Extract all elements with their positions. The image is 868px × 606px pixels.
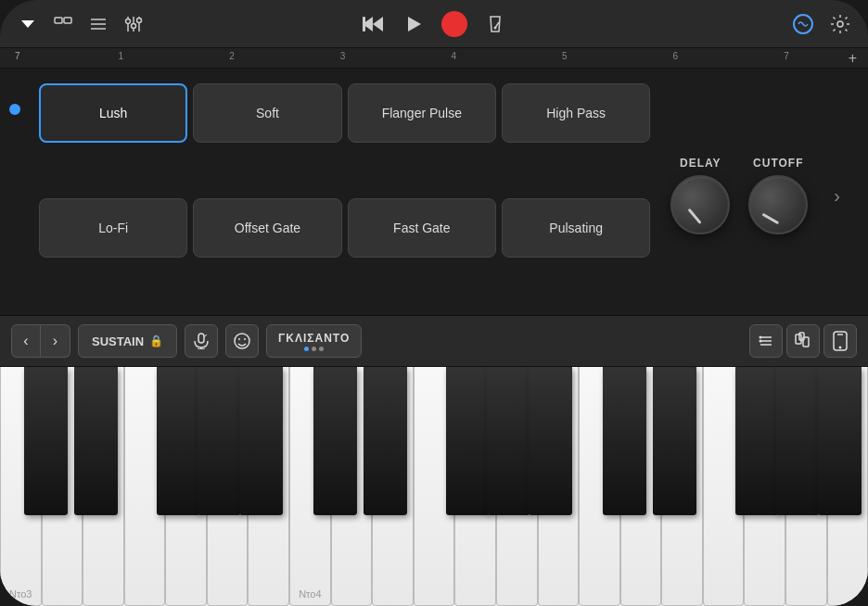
device-icon [832, 331, 849, 351]
ruler-content: 7 + 1 2 3 4 5 6 7 [7, 48, 861, 68]
svg-point-18 [494, 26, 497, 29]
notes-icon [757, 332, 775, 350]
ruler-start: 7 [15, 51, 20, 61]
rewind-button[interactable] [360, 11, 386, 37]
preset-high-pass[interactable]: High Pass [502, 83, 650, 143]
ruler-add-button[interactable]: + [849, 50, 857, 67]
black-key-gs4[interactable] [487, 367, 530, 515]
svg-marker-15 [408, 17, 421, 32]
black-key-cs3[interactable] [24, 367, 68, 515]
svg-rect-1 [55, 18, 62, 23]
black-key-gs5[interactable] [776, 367, 820, 515]
piano-section[interactable]: Ντο3 Ντο4 [0, 367, 868, 606]
settings-button[interactable] [827, 11, 853, 37]
svg-point-9 [126, 19, 131, 23]
face-icon [233, 332, 251, 350]
layout2-icon [89, 17, 108, 32]
cutoff-knob[interactable] [748, 175, 808, 234]
black-key-fs5[interactable] [735, 367, 779, 515]
nav-next-button[interactable]: › [41, 324, 70, 358]
glissando-dots [304, 347, 324, 351]
ruler: 7 + 1 2 3 4 5 6 7 [0, 48, 868, 69]
play-icon [404, 15, 423, 33]
lock-icon: 🔒 [149, 335, 163, 347]
black-key-as3[interactable] [239, 367, 283, 515]
sustain-button[interactable]: SUSTAIN 🔒 [78, 324, 177, 358]
expand-button[interactable]: › [826, 178, 848, 214]
glissando-button[interactable]: ΓΚΛΙΣΑΝΤΟ [266, 324, 362, 358]
preset-lush[interactable]: Lush [39, 83, 187, 143]
left-sidebar [0, 76, 28, 315]
black-key-fs4[interactable] [446, 367, 490, 515]
mixer-icon [124, 16, 143, 32]
black-key-gs3[interactable] [198, 367, 241, 515]
metronome-button[interactable] [482, 11, 508, 37]
eq-icon [792, 13, 814, 35]
black-key-as4[interactable] [529, 367, 572, 515]
svg-point-36 [839, 347, 842, 349]
record-icon-button[interactable] [185, 324, 218, 358]
preset-offset-gate[interactable]: Offset Gate [193, 198, 341, 258]
main-content: Lush Soft Flanger Pulse High Pass Lo-Fi … [0, 69, 868, 315]
dropdown-button[interactable] [15, 11, 41, 37]
chord-button[interactable] [786, 324, 820, 358]
svg-point-30 [760, 336, 762, 339]
layout1-button[interactable] [50, 11, 76, 37]
eq-button[interactable] [790, 11, 816, 37]
preset-pulsating[interactable]: Pulsating [502, 198, 650, 258]
black-key-cs5[interactable] [603, 367, 646, 515]
right-controls [749, 324, 857, 358]
svg-point-31 [760, 340, 762, 343]
svg-marker-0 [21, 20, 34, 28]
svg-rect-2 [64, 18, 71, 23]
settings-icon [830, 14, 850, 34]
metronome-icon [487, 15, 504, 33]
delay-knob-container: DELAY [670, 157, 730, 234]
black-key-cs4[interactable] [313, 367, 357, 515]
play-button[interactable] [401, 11, 427, 37]
preset-soft[interactable]: Soft [193, 83, 341, 143]
black-key-fs3[interactable] [157, 367, 200, 515]
notes-button[interactable] [749, 324, 783, 358]
mixer-button[interactable] [121, 11, 147, 37]
ruler-mark-2: 2 [229, 51, 235, 61]
ruler-mark-1: 1 [119, 51, 124, 61]
svg-point-20 [837, 21, 843, 27]
preset-grid: Lush Soft Flanger Pulse High Pass Lo-Fi … [39, 83, 650, 308]
record-dot [450, 19, 459, 29]
svg-point-25 [238, 338, 240, 340]
glissando-dot-1 [304, 347, 309, 351]
svg-point-26 [244, 338, 246, 340]
cutoff-knob-indicator [761, 213, 779, 225]
delay-knob[interactable] [670, 175, 730, 234]
layout1-icon [54, 17, 72, 32]
black-key-as5[interactable] [818, 367, 862, 515]
svg-rect-21 [198, 334, 204, 343]
c4-label: Ντο4 [299, 588, 321, 600]
layout2-button[interactable] [85, 11, 111, 37]
svg-marker-12 [373, 17, 383, 32]
instrument-panel: Lush Soft Flanger Pulse High Pass Lo-Fi … [28, 76, 868, 315]
glissando-dot-3 [319, 347, 324, 351]
rewind-icon [363, 16, 383, 32]
ruler-mark-3: 3 [340, 51, 346, 61]
preset-flanger-pulse[interactable]: Flanger Pulse [348, 83, 496, 143]
black-key-ds3[interactable] [74, 367, 118, 515]
nav-buttons: ‹ › [11, 324, 70, 358]
cutoff-label: CUTOFF [753, 157, 803, 170]
delay-knob-indicator [687, 208, 701, 224]
svg-point-11 [137, 18, 142, 22]
glissando-dot-2 [312, 347, 316, 351]
ruler-mark-6: 6 [673, 51, 679, 61]
preset-lo-fi[interactable]: Lo-Fi [39, 198, 187, 258]
face-button[interactable] [225, 324, 259, 358]
ruler-mark-5: 5 [562, 51, 568, 61]
record-button[interactable] [441, 11, 467, 37]
svg-rect-32 [796, 335, 801, 344]
preset-fast-gate[interactable]: Fast Gate [348, 198, 496, 258]
device-button[interactable] [823, 324, 857, 358]
black-key-ds5[interactable] [653, 367, 696, 515]
nav-prev-button[interactable]: ‹ [11, 324, 41, 358]
top-bar-center [360, 11, 508, 37]
black-key-ds4[interactable] [364, 367, 407, 515]
